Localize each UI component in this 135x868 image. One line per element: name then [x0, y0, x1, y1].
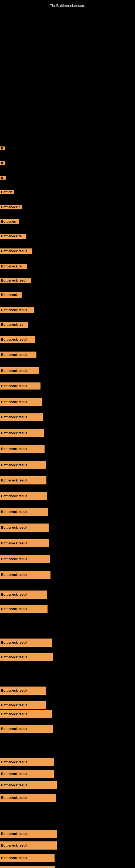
bottleneck-bar: Bottleneck result	[0, 555, 50, 563]
bottleneck-bar: Bottlenec	[0, 219, 19, 224]
bottleneck-bar: Bottleneck result	[0, 539, 49, 547]
bottleneck-bar: Bottleneck result	[0, 351, 37, 358]
bottleneck-bar: Bottleneck result	[0, 307, 34, 313]
bottleneck-bar: Bottleneck re	[0, 234, 26, 239]
bottleneck-bar: Bottleneck result	[0, 398, 42, 406]
bottleneck-bar: Bottleneck result	[0, 639, 52, 647]
bottleneck-bar: Bottleneck result	[0, 367, 39, 374]
bottleneck-bar: Bottleneck result	[0, 725, 53, 733]
bottleneck-bar: Bottleneck result	[0, 461, 46, 469]
bottleneck-bar: Bottleneck result	[0, 382, 41, 390]
bottleneck-bar: Bottleneck result	[0, 794, 56, 802]
bottleneck-bar: Bottleneck result	[0, 710, 52, 718]
bottleneck-bar: Bottleneck result	[0, 701, 46, 709]
bottleneck-bar: Bottleneck result	[0, 770, 54, 778]
bottleneck-bar: Bottleneck r	[0, 205, 22, 209]
bottleneck-bar: Bottleneck	[0, 292, 21, 298]
bottleneck-bar: Bottleneck result	[0, 445, 45, 453]
bottleneck-bar: Bottleneck result	[0, 605, 48, 613]
bottleneck-bar: Bottleneck re	[0, 264, 27, 269]
bottleneck-bar: B	[0, 176, 6, 180]
bottleneck-bar: Bottleneck result	[0, 653, 53, 661]
bottleneck-bar: B	[0, 147, 5, 150]
site-title: TheBottlenecker.com	[0, 1, 135, 10]
bottleneck-bar: Bottleneck result	[0, 841, 57, 849]
bottleneck-bar: Bottleneck resul	[0, 278, 31, 283]
bottleneck-bar: Bottleneck result	[0, 781, 57, 789]
bottleneck-bar: Bottleneck result	[0, 854, 54, 862]
bottleneck-bar: Bottleneck result	[0, 508, 48, 516]
bottleneck-bar: Bottleneck result	[0, 830, 57, 838]
bottleneck-bar: Bottleneck result	[0, 686, 46, 695]
bottleneck-bar: Bottleneck result	[0, 524, 49, 532]
bottleneck-bar: Bottleneck result	[0, 248, 32, 254]
bottleneck-bar: Bottleneck result	[0, 413, 43, 421]
bottleneck-bar: Bottleneck result	[0, 571, 50, 579]
bottleneck-bar: Bottleneck result	[0, 476, 46, 485]
bottleneck-bar: Bottleneck result	[0, 336, 35, 343]
bottleneck-bar: Bottleneck result	[0, 429, 44, 437]
bottleneck-bar: Bottleneck result	[0, 492, 47, 500]
bottleneck-bar: Bottlen	[0, 190, 14, 194]
bottleneck-bar: B	[0, 161, 5, 165]
bottleneck-bar: Bottleneck result	[0, 590, 47, 599]
bottleneck-bar: Bottleneck res	[0, 322, 28, 328]
bottleneck-bar: Bottleneck result	[0, 866, 55, 868]
bottleneck-bar: Bottleneck result	[0, 758, 54, 766]
